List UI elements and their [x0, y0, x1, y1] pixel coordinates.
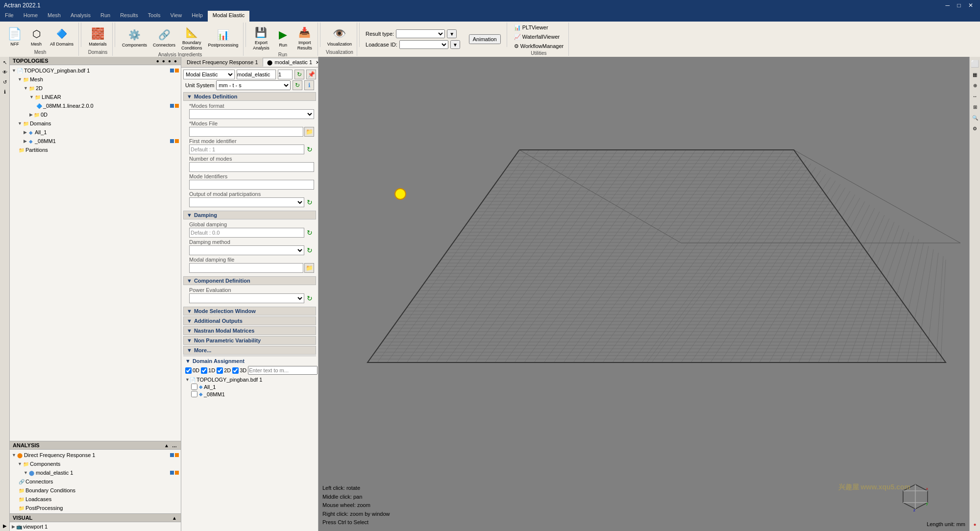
- connectors-ribbon-button[interactable]: 🔗 Connectors: [151, 26, 177, 49]
- filter-2d[interactable]: 2D: [217, 367, 231, 374]
- domain-all1-checkbox[interactable]: [191, 384, 197, 390]
- right-tool-7[interactable]: ⚙: [970, 123, 980, 133]
- first-mode-id-refresh[interactable]: ↻: [305, 145, 314, 154]
- export-analysis-button[interactable]: 💾 ExportAnalysis: [251, 24, 271, 52]
- tree-linear[interactable]: ▼ 📁 LINEAR: [10, 93, 181, 101]
- run-button[interactable]: ▶ Run: [273, 26, 293, 49]
- close-btn[interactable]: ✕: [965, 2, 976, 9]
- tab-dfr1[interactable]: Direct Frequency Response 1: [182, 58, 263, 67]
- postprocessing-ribbon-button[interactable]: 📊 Postprocessing: [206, 26, 241, 49]
- tab-help[interactable]: Help: [187, 11, 208, 22]
- tree-mesh[interactable]: ▼ 📁 Mesh: [10, 75, 181, 84]
- components-button[interactable]: ⚙️ Components: [120, 26, 149, 49]
- right-tool-5[interactable]: ⊞: [970, 102, 980, 112]
- visual-btn-expand[interactable]: ▲: [171, 515, 178, 521]
- modal-damping-file-btn[interactable]: 📁: [304, 263, 314, 273]
- domain-tree-all1[interactable]: ◆ All_1: [185, 383, 314, 390]
- minimize-btn[interactable]: ─: [943, 2, 953, 9]
- right-tool-3[interactable]: ⊕: [970, 80, 980, 90]
- topo-btn3[interactable]: ●: [167, 58, 172, 64]
- component-definition-header[interactable]: ▼ Component Definition: [183, 276, 316, 285]
- nastran-modal-header[interactable]: ▼ Nastran Modal Matrices: [183, 326, 316, 335]
- num-modes-input[interactable]: [189, 162, 314, 172]
- tree-components[interactable]: ▼ 📁 Components: [10, 459, 181, 468]
- tab-results[interactable]: Results: [115, 11, 143, 22]
- tool-info[interactable]: ℹ: [0, 87, 9, 96]
- power-eval-select[interactable]: [189, 293, 304, 303]
- modes-format-select[interactable]: [189, 109, 314, 119]
- domain-tree-08mm1[interactable]: ◆ _08MM1: [185, 390, 314, 398]
- unit-system-select[interactable]: mm - t - s: [216, 80, 291, 90]
- tool-select[interactable]: ↖: [0, 58, 9, 67]
- tree-partitions[interactable]: 📁 Partitions: [10, 145, 181, 154]
- tab-home[interactable]: Home: [19, 11, 43, 22]
- mode-selection-header[interactable]: ▼ Mode Selection Window: [183, 307, 316, 315]
- expand-2d[interactable]: ▼: [24, 86, 28, 91]
- filter-3d[interactable]: 3D: [232, 367, 246, 374]
- nff-button[interactable]: 📄 NFF: [5, 25, 24, 48]
- modal-elastic-name-input[interactable]: [237, 70, 276, 79]
- power-eval-refresh[interactable]: ↻: [305, 294, 314, 303]
- filter-1d[interactable]: 1D: [201, 367, 215, 374]
- tree-postprocessing[interactable]: 📁 PostProcessing: [10, 504, 181, 512]
- workflow-manager-button[interactable]: ⚙ WorkflowManager: [512, 42, 566, 50]
- expand-topology[interactable]: ▼: [12, 68, 16, 73]
- right-tool-1[interactable]: ⬜: [970, 59, 980, 69]
- loadcase-id-btn[interactable]: ▼: [450, 40, 460, 49]
- more-header[interactable]: ▼ More...: [183, 346, 316, 355]
- modes-definition-header[interactable]: ▼ Modes Definition: [183, 92, 316, 101]
- output-modal-refresh[interactable]: ↻: [305, 198, 314, 207]
- viewport[interactable]: vp 1 (active): [318, 57, 969, 531]
- domain-search-input[interactable]: [248, 366, 318, 375]
- tree-modal-elastic[interactable]: ▼ ⬤ modal_elastic 1: [10, 468, 181, 477]
- modes-file-browse-btn[interactable]: 📁: [304, 127, 314, 137]
- right-tool-8[interactable]: ●: [970, 519, 980, 529]
- expand-domains[interactable]: ▼: [18, 121, 22, 126]
- additional-outputs-header[interactable]: ▼ Additional Outputs: [183, 316, 316, 325]
- boundary-conditions-button[interactable]: 📐 BoundaryConditions: [179, 24, 204, 52]
- result-type-select[interactable]: [396, 29, 445, 38]
- materials-button[interactable]: 🧱 Materials: [87, 25, 109, 48]
- analysis-btn-settings[interactable]: …: [171, 443, 178, 448]
- tree-0d[interactable]: ▶ 📁 0D: [10, 110, 181, 119]
- topo-btn2[interactable]: ●: [161, 58, 166, 64]
- expand-08mm1[interactable]: ▶: [24, 139, 27, 144]
- expand-modal-elastic[interactable]: ▼: [24, 470, 28, 475]
- tab-mesh[interactable]: Mesh: [43, 11, 66, 22]
- tab-modal-elastic[interactable]: Modal Elastic: [208, 11, 249, 22]
- filter-3d-checkbox[interactable]: [232, 367, 239, 374]
- damping-method-refresh[interactable]: ↻: [305, 246, 314, 255]
- tree-domains[interactable]: ▼ 📁 Domains: [10, 119, 181, 128]
- expand-all1[interactable]: ▶: [24, 130, 27, 135]
- unit-system-refresh[interactable]: ↻: [293, 80, 302, 90]
- output-modal-select[interactable]: [189, 197, 304, 207]
- tree-08mm1[interactable]: ▶ ◆ _08MM1: [10, 137, 181, 145]
- domain-tree-topology[interactable]: ▼ 📄 TOPOLOGY_pingban.bdf 1: [185, 376, 314, 383]
- expand-linear[interactable]: ▼: [29, 95, 34, 99]
- filter-0d-checkbox[interactable]: [185, 367, 192, 374]
- filter-2d-checkbox[interactable]: [217, 367, 223, 374]
- damping-method-select[interactable]: [189, 245, 304, 255]
- global-damping-input[interactable]: [189, 228, 304, 238]
- animation-button[interactable]: Animation: [469, 34, 501, 44]
- result-type-btn[interactable]: ▼: [447, 29, 457, 38]
- topo-btn4[interactable]: ●: [173, 58, 178, 64]
- tree-all1[interactable]: ▶ ◆ All_1: [10, 128, 181, 137]
- right-tool-2[interactable]: ▦: [970, 70, 980, 79]
- modes-file-input[interactable]: [189, 127, 303, 137]
- modal-elastic-index-input[interactable]: [278, 70, 293, 79]
- expand-vp1[interactable]: ▶: [12, 524, 15, 529]
- maximize-btn[interactable]: □: [954, 2, 963, 9]
- mesh-button[interactable]: ⬡ Mesh: [26, 25, 46, 48]
- non-parametric-header[interactable]: ▼ Non Parametric Variability: [183, 336, 316, 345]
- right-tool-6[interactable]: 🔍: [970, 113, 980, 122]
- tab-run[interactable]: Run: [96, 11, 115, 22]
- plt-viewer-button[interactable]: 📊 PLTViewer: [512, 24, 550, 32]
- global-damping-refresh[interactable]: ↻: [305, 228, 314, 237]
- tree-2d[interactable]: ▼ 📁 2D: [10, 84, 181, 93]
- tree-08mm[interactable]: 🔷 _08MM.1.linear.2.0.0: [10, 101, 181, 110]
- tool-rotate[interactable]: ↺: [0, 77, 9, 86]
- loadcase-id-select[interactable]: [399, 40, 448, 49]
- expand-0d[interactable]: ▶: [29, 112, 33, 117]
- analysis-btn-expand[interactable]: ▲: [163, 443, 170, 448]
